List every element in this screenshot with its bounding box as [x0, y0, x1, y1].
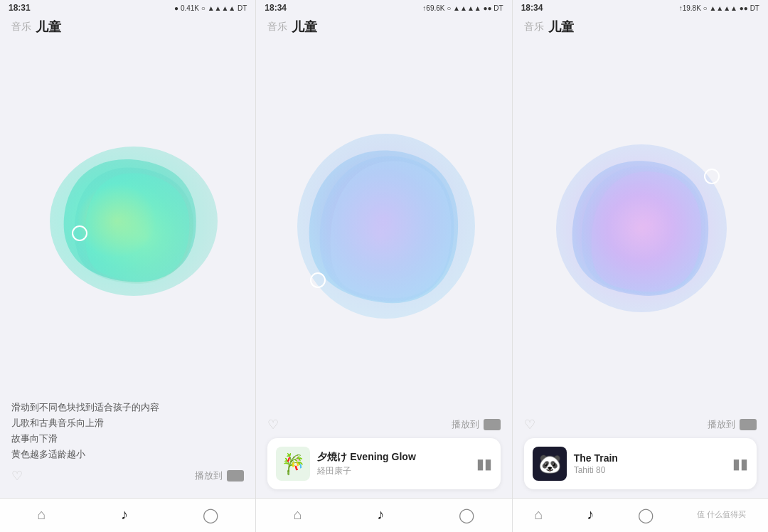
time-center: 18:34	[265, 3, 287, 13]
album-art-center: 🎋	[276, 447, 310, 481]
nav-bar-right: ⌂ ♪ ◯ 值 什么值得买	[513, 498, 768, 532]
heart-button-right[interactable]: ♡	[524, 417, 535, 432]
panel-center: 18:34 ↑69.6K ○ ▲▲▲▲ ●● DT 音乐 儿童	[256, 0, 512, 532]
now-playing-card-center[interactable]: 🎋 夕焼け Evening Glow 経田康子 ▮▮	[267, 438, 500, 489]
track-info-right: The Train Tahiti 80	[574, 452, 725, 475]
blob-area-left[interactable]	[0, 41, 255, 394]
nav-music-right[interactable]: ♪	[587, 506, 594, 523]
panel-right: 18:34 ↑19.8K ○ ▲▲▲▲ ●● DT 音乐 儿童	[513, 0, 768, 532]
bottom-section-left: 滑动到不同色块找到适合孩子的内容 儿歌和古典音乐向上滑 故事向下滑 黄色越多适龄…	[0, 394, 255, 498]
status-icons-left: ● 0.41K ○ ▲▲▲▲ DT	[174, 4, 247, 12]
track-artist-center: 経田康子	[317, 465, 469, 477]
heart-button-center[interactable]: ♡	[267, 417, 279, 432]
nav-home-left[interactable]: ⌂	[38, 506, 46, 523]
breadcrumb-right: 音乐 儿童	[513, 16, 768, 41]
bottom-section-center: ♡ 播放到 🎋 夕焼け Evening Glow 経田康子 ▮▮	[256, 411, 511, 498]
panel-left: 18:31 ● 0.41K ○ ▲▲▲▲ DT 音乐 儿童	[0, 0, 256, 532]
status-icons-center: ↑69.6K ○ ▲▲▲▲ ●● DT	[422, 4, 503, 12]
playto-rect-center	[484, 419, 501, 430]
nav-person-right[interactable]: ◯	[638, 506, 654, 523]
blob-dot-right	[704, 169, 720, 184]
breadcrumb-left: 音乐 儿童	[0, 16, 255, 41]
nav-bar-center: ⌂ ♪ ◯	[256, 498, 511, 532]
track-info-center: 夕焼け Evening Glow 経田康子	[317, 451, 469, 477]
playto-rect-left	[227, 470, 244, 482]
blob-area-right[interactable]	[513, 41, 768, 411]
section-label-center: 儿童	[292, 18, 317, 36]
nav-home-center[interactable]: ⌂	[294, 506, 302, 523]
blob-svg-right	[540, 123, 740, 329]
blob-center[interactable]	[281, 116, 487, 336]
playto-row-left: ♡ 播放到	[11, 468, 244, 484]
status-bar-right: 18:34 ↑19.8K ○ ▲▲▲▲ ●● DT	[513, 0, 768, 16]
music-label-left: 音乐	[11, 21, 31, 33]
info-text: 滑动到不同色块找到适合孩子的内容 儿歌和古典音乐向上滑 故事向下滑 黄色越多适龄…	[11, 400, 244, 462]
pause-button-center[interactable]: ▮▮	[476, 455, 492, 472]
blob-area-center[interactable]	[256, 41, 511, 411]
nav-home-right[interactable]: ⌂	[534, 506, 543, 523]
blob-svg-left	[28, 118, 228, 317]
heart-button-left[interactable]: ♡	[11, 468, 23, 484]
track-title-center: 夕焼け Evening Glow	[317, 451, 469, 464]
nav-person-center[interactable]: ◯	[459, 506, 474, 523]
blob-left[interactable]	[28, 118, 228, 317]
track-title-right: The Train	[574, 452, 725, 464]
breadcrumb-center: 音乐 儿童	[256, 16, 511, 41]
nav-music-center[interactable]: ♪	[377, 506, 384, 523]
blob-svg-center	[281, 116, 487, 336]
watermark-text: 值 什么值得买	[697, 509, 746, 520]
blob-right[interactable]	[540, 123, 740, 329]
section-label-right: 儿童	[548, 18, 574, 36]
pause-button-right[interactable]: ▮▮	[732, 455, 748, 472]
status-bar-left: 18:31 ● 0.41K ○ ▲▲▲▲ DT	[0, 0, 255, 16]
now-playing-card-right[interactable]: 🐼 The Train Tahiti 80 ▮▮	[524, 438, 757, 489]
bottom-section-right: ♡ 播放到 🐼 The Train Tahiti 80 ▮▮	[513, 411, 768, 498]
music-label-center: 音乐	[267, 21, 287, 33]
blob-dot-center	[310, 272, 326, 288]
section-label-left: 儿童	[36, 18, 61, 36]
status-icons-right: ↑19.8K ○ ▲▲▲▲ ●● DT	[679, 4, 759, 12]
time-left: 18:31	[9, 3, 31, 13]
playto-row-center: ♡ 播放到	[267, 417, 500, 432]
time-right: 18:34	[521, 3, 543, 13]
music-label-right: 音乐	[524, 21, 544, 33]
playto-button-center[interactable]: 播放到	[452, 418, 501, 431]
main-panels: 18:31 ● 0.41K ○ ▲▲▲▲ DT 音乐 儿童	[0, 0, 768, 532]
album-art-right: 🐼	[533, 447, 567, 481]
playto-button-right[interactable]: 播放到	[708, 418, 757, 431]
playto-rect-right	[740, 419, 757, 430]
nav-bar-left: ⌂ ♪ ◯	[0, 498, 255, 532]
nav-person-left[interactable]: ◯	[203, 506, 218, 523]
nav-music-left[interactable]: ♪	[121, 506, 128, 523]
status-bar-center: 18:34 ↑69.6K ○ ▲▲▲▲ ●● DT	[256, 0, 511, 16]
playto-row-right: ♡ 播放到	[524, 417, 757, 432]
track-artist-right: Tahiti 80	[574, 465, 725, 475]
playto-button-left[interactable]: 播放到	[195, 469, 244, 482]
